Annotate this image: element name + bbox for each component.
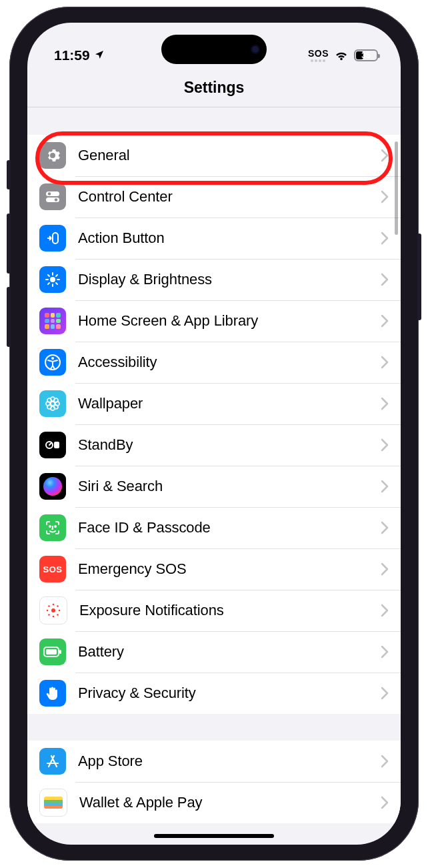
chevron-right-icon [381, 149, 389, 162]
wifi-icon [334, 49, 349, 61]
row-label: Privacy & Security [78, 685, 381, 702]
front-camera-icon [251, 45, 260, 54]
svg-point-32 [47, 610, 49, 612]
svg-line-12 [48, 283, 49, 284]
svg-point-15 [51, 357, 54, 360]
svg-point-2 [48, 192, 51, 195]
wallet-icon [39, 789, 67, 817]
brightness-icon [39, 266, 66, 293]
settings-row-battery[interactable]: Battery [27, 631, 401, 673]
chevron-right-icon [381, 397, 389, 410]
settings-row-standby[interactable]: StandBy [27, 424, 401, 466]
svg-rect-26 [54, 442, 59, 448]
svg-point-30 [53, 604, 55, 606]
settings-row-faceid[interactable]: Face ID & Passcode [27, 507, 401, 548]
svg-point-16 [51, 402, 55, 406]
row-label: Control Center [78, 188, 381, 205]
settings-row-privacy[interactable]: Privacy & Security [27, 673, 401, 714]
svg-point-35 [57, 605, 59, 607]
status-time: 11:59 [54, 47, 90, 63]
settings-row-appstore[interactable]: App Store [27, 741, 401, 782]
settings-group-main: General Control Center [27, 134, 401, 715]
settings-row-exposure[interactable]: Exposure Notifications [27, 590, 401, 631]
svg-point-37 [57, 614, 59, 616]
chevron-right-icon [381, 562, 389, 576]
row-label: Siri & Search [78, 478, 381, 495]
standby-icon [39, 432, 66, 458]
row-label: Face ID & Passcode [78, 519, 381, 536]
chevron-right-icon [381, 273, 389, 286]
phone-frame: 11:59 SOS 35 [9, 7, 419, 861]
row-label: Display & Brightness [78, 271, 381, 288]
side-button [417, 234, 421, 320]
row-label: Emergency SOS [78, 560, 381, 578]
settings-row-display[interactable]: Display & Brightness [27, 259, 401, 300]
svg-rect-40 [59, 650, 61, 654]
row-label: General [78, 147, 381, 164]
screen: 11:59 SOS 35 [27, 23, 401, 845]
sos-indicator: SOS [308, 49, 329, 62]
svg-point-5 [50, 277, 55, 282]
settings-list[interactable]: General Control Center [27, 107, 401, 845]
home-indicator[interactable] [154, 834, 274, 838]
settings-row-accessibility[interactable]: Accessibility [27, 342, 401, 383]
row-label: Accessibility [78, 354, 381, 371]
faceid-icon [39, 514, 66, 541]
page-title: Settings [27, 79, 401, 106]
row-label: Exposure Notifications [79, 602, 381, 619]
volume-up-button [7, 213, 11, 274]
flower-icon [39, 390, 66, 417]
status-right: SOS 35 [308, 49, 378, 62]
chevron-right-icon [381, 190, 389, 203]
chevron-right-icon [381, 604, 389, 617]
svg-point-28 [55, 526, 56, 527]
row-label: StandBy [78, 436, 381, 454]
chevron-right-icon [381, 687, 389, 700]
row-label: Action Button [78, 230, 381, 247]
scrollbar[interactable] [395, 141, 398, 235]
settings-row-sos[interactable]: SOS Emergency SOS [27, 548, 401, 590]
chevron-right-icon [381, 521, 389, 534]
settings-row-wallet[interactable]: Wallet & Apple Pay [27, 782, 401, 823]
settings-row-control-center[interactable]: Control Center [27, 176, 401, 218]
row-label: Home Screen & App Library [78, 312, 381, 330]
exposure-icon [39, 596, 67, 624]
chevron-right-icon [381, 755, 389, 768]
row-label: App Store [78, 753, 381, 770]
row-label: Battery [78, 643, 381, 661]
svg-line-10 [48, 275, 49, 276]
chevron-right-icon [381, 645, 389, 659]
appstore-icon [39, 748, 66, 775]
siri-icon [39, 473, 66, 500]
row-label: Wallpaper [78, 395, 381, 412]
svg-rect-4 [53, 233, 58, 244]
gear-icon [39, 142, 66, 169]
battery-icon [39, 638, 66, 665]
settings-row-general[interactable]: General [27, 135, 401, 176]
settings-row-home-screen[interactable]: Home Screen & App Library [27, 300, 401, 342]
ringer-switch [7, 160, 11, 189]
accessibility-icon [39, 349, 66, 376]
settings-row-siri[interactable]: Siri & Search [27, 466, 401, 507]
action-button-icon [39, 225, 66, 252]
settings-row-wallpaper[interactable]: Wallpaper [27, 383, 401, 424]
settings-row-action-button[interactable]: Action Button [27, 218, 401, 259]
chevron-right-icon [381, 480, 389, 493]
svg-rect-39 [46, 649, 57, 655]
svg-point-34 [48, 605, 50, 607]
svg-point-36 [48, 614, 50, 616]
status-left: 11:59 [54, 47, 105, 63]
svg-point-31 [53, 616, 55, 618]
dynamic-island [161, 35, 267, 64]
svg-line-13 [56, 275, 57, 276]
battery-percent: 35 [355, 51, 377, 60]
location-icon [94, 47, 105, 63]
row-label: Wallet & Apple Pay [79, 794, 381, 811]
chevron-right-icon [381, 796, 389, 809]
chevron-right-icon [381, 232, 389, 245]
sos-icon: SOS [39, 556, 66, 582]
volume-down-button [7, 287, 11, 347]
chevron-right-icon [381, 356, 389, 369]
switches-icon [39, 183, 66, 210]
svg-point-29 [51, 608, 55, 612]
